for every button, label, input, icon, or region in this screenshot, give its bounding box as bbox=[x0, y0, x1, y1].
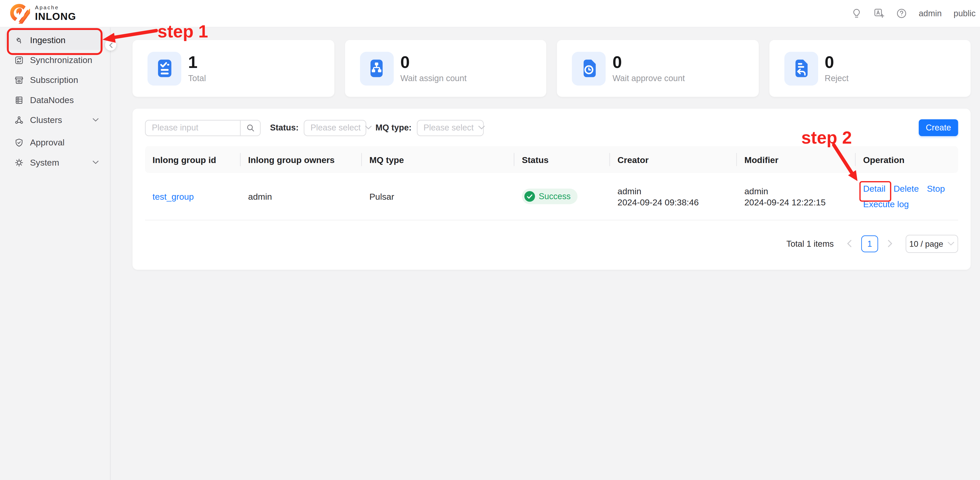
creator-name: admin bbox=[617, 185, 737, 196]
stat-value: 1 bbox=[188, 52, 206, 72]
app-header: Apache INLONG bbox=[0, 0, 980, 27]
inlong-logo[interactable]: Apache INLONG bbox=[0, 3, 76, 24]
search-button[interactable] bbox=[240, 120, 260, 135]
status-select[interactable]: Please select bbox=[304, 120, 366, 136]
language-icon[interactable] bbox=[874, 8, 885, 19]
app-root: Apache INLONG bbox=[0, 0, 980, 480]
tenant-menu[interactable]: public bbox=[954, 9, 975, 18]
sidebar-item-approval[interactable]: Approval bbox=[5, 132, 105, 152]
clusters-icon bbox=[14, 115, 24, 125]
filter-bar: Status: Please select MQ type: Please se… bbox=[145, 119, 958, 136]
sidebar-item-label: Clusters bbox=[30, 115, 92, 125]
total-document-icon bbox=[147, 51, 181, 85]
stat-label: Total bbox=[188, 72, 206, 84]
help-icon[interactable] bbox=[896, 8, 907, 19]
modifier-name: admin bbox=[745, 185, 856, 196]
next-page-button[interactable] bbox=[883, 236, 897, 251]
shield-check-icon bbox=[14, 138, 24, 147]
stat-card-wait-assign: 0 Wait assign count bbox=[345, 40, 546, 97]
sidebar-collapse-button[interactable] bbox=[105, 39, 116, 51]
status-filter-label: Status: bbox=[270, 123, 299, 132]
search-icon bbox=[246, 123, 255, 132]
sidebar-item-label: DataNodes bbox=[30, 95, 99, 105]
sidebar-item-clusters[interactable]: Clusters bbox=[5, 110, 105, 130]
status-text: Success bbox=[539, 192, 571, 201]
sidebar-item-label: Approval bbox=[30, 138, 99, 147]
sidebar-item-label: Synchronization bbox=[30, 55, 99, 65]
detail-link[interactable]: Detail bbox=[863, 183, 886, 193]
logo-name-text: INLONG bbox=[35, 12, 76, 22]
page-size-select[interactable]: 10 / page bbox=[905, 234, 958, 253]
chevron-down-icon bbox=[365, 125, 372, 130]
mq-type-select[interactable]: Please select bbox=[417, 120, 484, 136]
inlong-logo-icon bbox=[9, 3, 30, 24]
logo-apache-text: Apache bbox=[35, 5, 76, 11]
file-clock-icon bbox=[572, 51, 606, 85]
stat-label: Wait assign count bbox=[400, 72, 466, 84]
sidebar-item-system[interactable]: System bbox=[5, 152, 105, 172]
check-circle-icon bbox=[524, 191, 535, 202]
sync-icon bbox=[14, 55, 24, 65]
sidebar: Ingestion Synchronization bbox=[0, 27, 111, 480]
stat-label: Wait approve count bbox=[612, 72, 685, 84]
previous-page-button[interactable] bbox=[842, 236, 857, 251]
mq-type-filter-label: MQ type: bbox=[375, 123, 412, 132]
sidebar-item-datanodes[interactable]: DataNodes bbox=[5, 90, 105, 110]
stat-card-total: 1 Total bbox=[132, 40, 334, 97]
page-size-value: 10 / page bbox=[909, 239, 943, 248]
status-badge: Success bbox=[522, 189, 578, 204]
gear-icon bbox=[14, 158, 24, 167]
sidebar-item-ingestion[interactable]: Ingestion bbox=[5, 30, 105, 50]
delete-link[interactable]: Delete bbox=[894, 183, 919, 193]
stat-label: Reject bbox=[825, 72, 848, 84]
chevron-left-icon bbox=[847, 240, 852, 247]
chevron-left-icon bbox=[108, 42, 113, 48]
mq-select-placeholder: Please select bbox=[423, 123, 474, 132]
datanodes-icon bbox=[14, 95, 24, 105]
header-actions: admin public bbox=[851, 8, 980, 19]
page-number-button[interactable]: 1 bbox=[861, 235, 878, 252]
search-box bbox=[145, 120, 261, 136]
group-owners-cell: admin bbox=[248, 192, 362, 201]
stop-link[interactable]: Stop bbox=[927, 183, 945, 193]
sidebar-item-subscription[interactable]: Subscription bbox=[5, 70, 105, 90]
column-header-mq-type: MQ type bbox=[362, 146, 514, 173]
subscription-icon bbox=[14, 75, 24, 84]
column-header-modifier: Modifier bbox=[737, 146, 856, 173]
pagination: Total 1 items 1 10 / page bbox=[786, 235, 958, 252]
chevron-down-icon bbox=[478, 125, 485, 130]
chevron-down-icon bbox=[92, 118, 99, 122]
chevron-down-icon bbox=[948, 241, 955, 246]
chevron-right-icon bbox=[888, 240, 892, 247]
table-row: test_group admin Pulsar Success admin 20… bbox=[145, 173, 958, 221]
sidebar-menu: Ingestion Synchronization bbox=[0, 27, 110, 172]
pagination-total: Total 1 items bbox=[786, 239, 834, 248]
stat-cards: 1 Total 0 Wait assign count bbox=[132, 40, 970, 97]
column-header-creator: Creator bbox=[610, 146, 737, 173]
table-header-row: Inlong group id Inlong group owners MQ t… bbox=[145, 146, 958, 173]
mq-type-cell: Pulsar bbox=[369, 192, 515, 201]
user-menu[interactable]: admin bbox=[919, 9, 942, 18]
search-input[interactable] bbox=[146, 120, 240, 135]
stat-value: 0 bbox=[400, 52, 466, 72]
stat-value: 0 bbox=[612, 52, 685, 72]
column-header-status: Status bbox=[514, 146, 610, 173]
plug-icon bbox=[14, 35, 24, 45]
sidebar-item-label: Ingestion bbox=[30, 35, 99, 45]
lightbulb-icon[interactable] bbox=[851, 8, 862, 19]
column-header-operation: Operation bbox=[856, 146, 958, 173]
stat-card-reject: 0 Reject bbox=[769, 40, 971, 97]
org-chart-icon bbox=[360, 51, 393, 85]
group-id-link[interactable]: test_group bbox=[153, 192, 241, 201]
stat-value: 0 bbox=[825, 52, 848, 72]
create-button[interactable]: Create bbox=[919, 119, 958, 136]
file-return-icon bbox=[784, 51, 818, 85]
chevron-down-icon bbox=[92, 160, 99, 164]
stat-card-wait-approve: 0 Wait approve count bbox=[557, 40, 759, 97]
group-list-panel: Status: Please select MQ type: Please se… bbox=[132, 109, 970, 270]
creator-time: 2024-09-24 09:38:46 bbox=[617, 196, 737, 208]
status-select-placeholder: Please select bbox=[310, 123, 361, 132]
sidebar-item-synchronization[interactable]: Synchronization bbox=[5, 50, 105, 70]
execute-log-link[interactable]: Execute log bbox=[863, 199, 909, 209]
column-header-inlong-group-id: Inlong group id bbox=[145, 146, 241, 173]
